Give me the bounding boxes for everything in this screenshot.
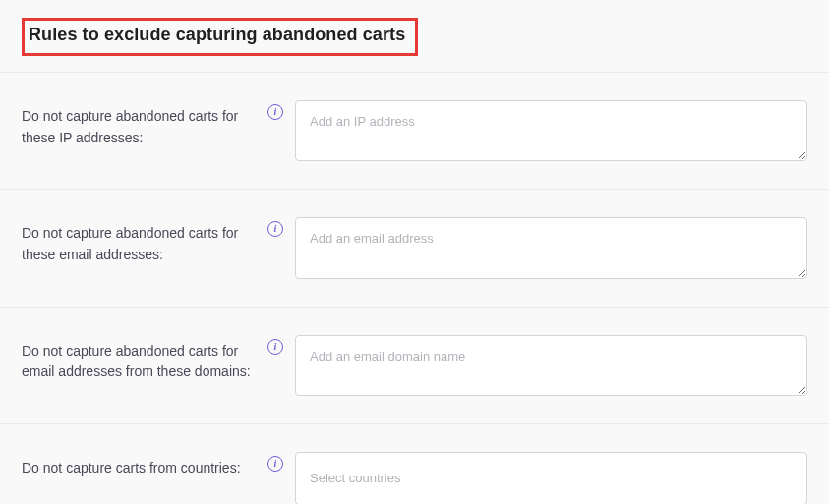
label-email: Do not capture abandoned carts for these… [22,217,267,265]
rule-row-email: Do not capture abandoned carts for these… [0,190,829,307]
info-col [267,100,295,120]
input-col [295,217,807,282]
countries-placeholder: Select countries [310,470,401,487]
info-col [267,452,295,472]
rule-row-domain: Do not capture abandoned carts for email… [0,308,829,424]
label-domain: Do not capture abandoned carts for email… [22,335,267,383]
info-icon[interactable] [267,221,283,237]
label-ip: Do not capture abandoned carts for these… [22,100,267,148]
input-col [295,100,807,165]
exclusion-rules-section: Rules to exclude capturing abandoned car… [0,0,829,504]
info-icon[interactable] [267,456,283,472]
section-title: Rules to exclude capturing abandoned car… [29,25,405,45]
email-addresses-input[interactable] [295,217,807,278]
input-col [295,335,807,400]
rule-row-ip: Do not capture abandoned carts for these… [0,73,829,190]
info-icon[interactable] [267,339,283,355]
info-icon[interactable] [267,104,283,120]
email-domains-input[interactable] [295,335,807,396]
label-country: Do not capture carts from countries: [22,452,267,479]
info-col [267,217,295,237]
countries-select[interactable]: Select countries [295,452,807,504]
rule-row-country: Do not capture carts from countries: Sel… [0,424,829,504]
input-col: Select countries [295,452,807,504]
ip-addresses-input[interactable] [295,100,807,161]
info-col [267,335,295,355]
section-title-highlight: Rules to exclude capturing abandoned car… [22,18,418,56]
